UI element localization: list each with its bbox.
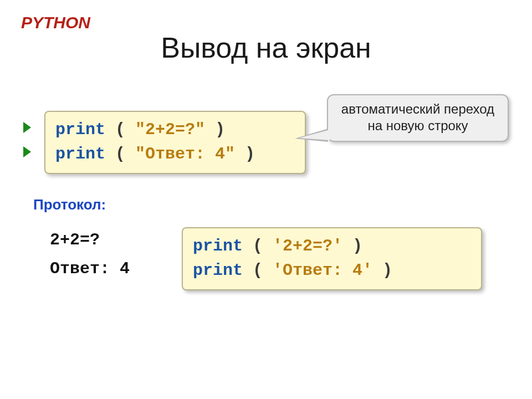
keyword: print [55,145,105,163]
punct: ( [105,120,135,139]
string-literal: 'Ответ: 4' [273,261,372,280]
callout-bubble: автоматический переход на новую строку [327,94,509,142]
punct: ) [372,261,392,280]
string-literal: "2+2=?" [135,120,205,139]
punct: ( [243,237,273,255]
language-label: PYTHON [21,13,90,32]
output-line: 2+2=? [50,231,100,249]
keyword: print [193,261,243,280]
string-literal: '2+2=?' [273,237,342,255]
protocol-label: Протокол: [33,196,106,213]
slide: PYTHON Вывод на экран print ( "2+2=?" ) … [0,0,532,399]
bullet-icon [23,122,31,133]
bullet-icon [23,146,31,157]
punct: ) [342,237,362,255]
code-example-2: print ( '2+2=?' ) print ( 'Ответ: 4' ) [182,227,482,290]
punct: ) [205,120,225,139]
keyword: print [193,237,243,255]
punct: ( [105,145,135,163]
punct: ) [235,145,255,163]
code-example-1: print ( "2+2=?" ) print ( "Ответ: 4" ) [44,111,306,174]
keyword: print [55,120,105,139]
punct: ( [243,261,273,280]
string-literal: "Ответ: 4" [135,145,235,163]
slide-title: Вывод на экран [0,31,532,64]
callout-text: автоматический переход на новую строку [341,101,494,133]
output-line: Ответ: 4 [50,259,130,278]
